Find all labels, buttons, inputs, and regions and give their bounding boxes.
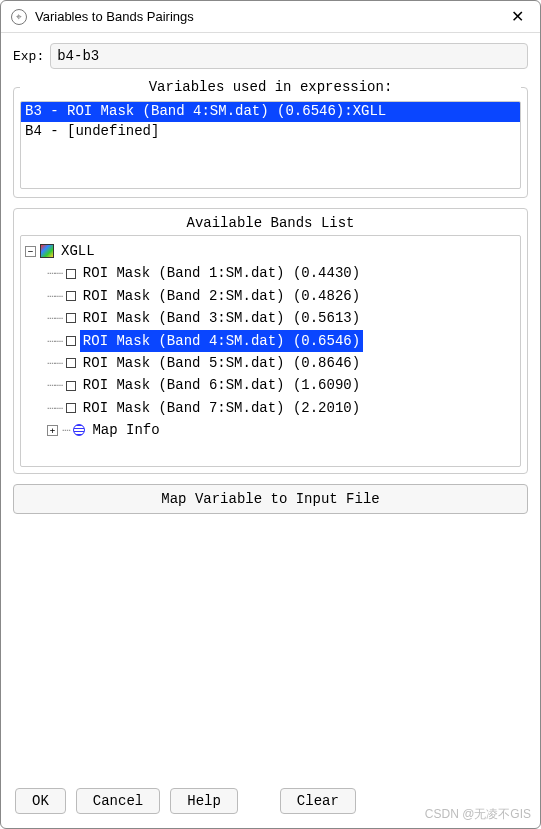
band-label[interactable]: ROI Mask (Band 7:SM.dat) (2.2010) bbox=[80, 397, 363, 419]
tree-band-item[interactable]: ┈┈ROI Mask (Band 4:SM.dat) (0.6546) bbox=[25, 330, 516, 352]
band-icon bbox=[66, 381, 76, 391]
tree-band-item[interactable]: ┈┈ROI Mask (Band 2:SM.dat) (0.4826) bbox=[25, 285, 516, 307]
collapse-icon[interactable]: − bbox=[25, 246, 36, 257]
map-variable-button[interactable]: Map Variable to Input File bbox=[13, 484, 528, 514]
band-icon bbox=[66, 336, 76, 346]
expand-icon[interactable]: + bbox=[47, 425, 58, 436]
tree-connector: ┈┈ bbox=[47, 330, 62, 352]
tree-band-item[interactable]: ┈┈ROI Mask (Band 3:SM.dat) (0.5613) bbox=[25, 307, 516, 329]
expression-label: Exp: bbox=[13, 49, 44, 64]
titlebar: ⌖ Variables to Bands Pairings ✕ bbox=[1, 1, 540, 33]
window-title: Variables to Bands Pairings bbox=[35, 9, 505, 24]
tree-root[interactable]: −XGLL bbox=[25, 240, 516, 262]
variables-fieldset: Variables used in expression: B3 - ROI M… bbox=[13, 79, 528, 198]
band-label[interactable]: ROI Mask (Band 5:SM.dat) (0.8646) bbox=[80, 352, 363, 374]
band-icon bbox=[66, 403, 76, 413]
dialog-window: ⌖ Variables to Bands Pairings ✕ Exp: Var… bbox=[0, 0, 541, 829]
band-icon bbox=[66, 358, 76, 368]
mapinfo-label[interactable]: Map Info bbox=[89, 419, 162, 441]
expression-input[interactable] bbox=[50, 43, 528, 69]
variables-legend: Variables used in expression: bbox=[20, 79, 521, 95]
band-label[interactable]: ROI Mask (Band 3:SM.dat) (0.5613) bbox=[80, 307, 363, 329]
bands-header: Available Bands List bbox=[20, 215, 521, 231]
file-icon bbox=[40, 244, 54, 258]
help-button[interactable]: Help bbox=[170, 788, 238, 814]
spacer bbox=[13, 524, 528, 768]
tree-connector: ┈ bbox=[62, 419, 69, 441]
band-icon bbox=[66, 269, 76, 279]
band-label[interactable]: ROI Mask (Band 1:SM.dat) (0.4430) bbox=[80, 262, 363, 284]
expression-row: Exp: bbox=[13, 43, 528, 69]
globe-icon bbox=[73, 424, 85, 436]
variables-list[interactable]: B3 - ROI Mask (Band 4:SM.dat) (0.6546):X… bbox=[20, 101, 521, 189]
tree-band-item[interactable]: ┈┈ROI Mask (Band 6:SM.dat) (1.6090) bbox=[25, 374, 516, 396]
cancel-button[interactable]: Cancel bbox=[76, 788, 160, 814]
close-button[interactable]: ✕ bbox=[505, 7, 530, 26]
tree-band-item[interactable]: ┈┈ROI Mask (Band 7:SM.dat) (2.2010) bbox=[25, 397, 516, 419]
band-icon bbox=[66, 313, 76, 323]
band-icon bbox=[66, 291, 76, 301]
ok-button[interactable]: OK bbox=[15, 788, 66, 814]
tree-mapinfo-item[interactable]: +┈Map Info bbox=[25, 419, 516, 441]
band-label[interactable]: ROI Mask (Band 2:SM.dat) (0.4826) bbox=[80, 285, 363, 307]
clear-button[interactable]: Clear bbox=[280, 788, 356, 814]
tree-band-item[interactable]: ┈┈ROI Mask (Band 1:SM.dat) (0.4430) bbox=[25, 262, 516, 284]
tree-connector: ┈┈ bbox=[47, 352, 62, 374]
bands-panel: Available Bands List −XGLL┈┈ROI Mask (Ba… bbox=[13, 208, 528, 474]
tree-connector: ┈┈ bbox=[47, 397, 62, 419]
band-label[interactable]: ROI Mask (Band 6:SM.dat) (1.6090) bbox=[80, 374, 363, 396]
tree-connector: ┈┈ bbox=[47, 374, 62, 396]
tree-connector: ┈┈ bbox=[47, 262, 62, 284]
dialog-body: Exp: Variables used in expression: B3 - … bbox=[1, 33, 540, 778]
tree-connector: ┈┈ bbox=[47, 285, 62, 307]
tree-root-label[interactable]: XGLL bbox=[58, 240, 98, 262]
app-icon: ⌖ bbox=[11, 9, 27, 25]
tree-band-item[interactable]: ┈┈ROI Mask (Band 5:SM.dat) (0.8646) bbox=[25, 352, 516, 374]
bands-tree[interactable]: −XGLL┈┈ROI Mask (Band 1:SM.dat) (0.4430)… bbox=[20, 235, 521, 467]
tree-connector: ┈┈ bbox=[47, 307, 62, 329]
footer: OK Cancel Help Clear bbox=[1, 778, 540, 828]
band-label[interactable]: ROI Mask (Band 4:SM.dat) (0.6546) bbox=[80, 330, 363, 352]
variable-item[interactable]: B3 - ROI Mask (Band 4:SM.dat) (0.6546):X… bbox=[21, 102, 520, 122]
variable-item[interactable]: B4 - [undefined] bbox=[21, 122, 520, 142]
